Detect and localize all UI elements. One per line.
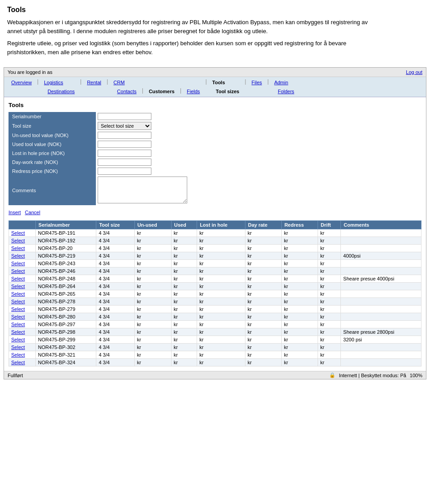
row-comments: [341, 237, 421, 245]
row-select[interactable]: Select: [9, 267, 36, 275]
input-lost[interactable]: [98, 150, 151, 157]
row-dayrate: kr: [245, 245, 281, 252]
nav-destinations[interactable]: Destinations: [44, 87, 78, 96]
row-lost: kr: [197, 321, 245, 328]
input-comments[interactable]: [98, 177, 187, 203]
row-select[interactable]: Select: [9, 359, 36, 366]
col-header-select: [9, 221, 36, 229]
nav-crm-sub: Contacts | Customers | Fields: [110, 87, 203, 96]
row-select[interactable]: Select: [9, 237, 36, 245]
row-select[interactable]: Select: [9, 328, 36, 336]
row-select[interactable]: Select: [9, 290, 36, 298]
row-redress: kr: [281, 245, 318, 252]
row-drift: kr: [318, 351, 341, 359]
row-lost: kr: [197, 260, 245, 267]
row-comments: [341, 298, 421, 306]
input-used[interactable]: [98, 141, 151, 148]
row-unused: kr: [134, 306, 171, 313]
row-size: 4 3/4: [96, 306, 134, 313]
nav-admin[interactable]: Admin: [271, 78, 292, 87]
row-drift: kr: [318, 252, 341, 260]
row-redress: kr: [281, 306, 318, 313]
nav-folders[interactable]: Folders: [274, 87, 298, 96]
row-unused: kr: [134, 359, 171, 366]
row-comments: 3200 psi: [341, 336, 421, 344]
row-drift: kr: [318, 267, 341, 275]
row-serial: NOR475-BP-191: [35, 229, 96, 237]
form-row-daywork: Day-work rate (NOK): [9, 158, 197, 167]
row-dayrate: kr: [245, 290, 281, 298]
col-header-serial: Serialnumber: [35, 221, 96, 229]
table-row: Select NOR475-BP-20 4 3/4 kr kr kr kr kr…: [9, 245, 421, 252]
row-select[interactable]: Select: [9, 283, 36, 290]
col-header-comments: Comments: [341, 221, 421, 229]
row-size: 4 3/4: [96, 328, 134, 336]
input-daywork[interactable]: [98, 159, 151, 166]
row-used: kr: [171, 267, 197, 275]
nav-files[interactable]: Files: [248, 78, 266, 87]
data-table-container[interactable]: Serialnumber Tool size Un-used Used Lost…: [9, 220, 421, 366]
row-select[interactable]: Select: [9, 336, 36, 344]
row-redress: kr: [281, 321, 318, 328]
label-lost: Lost in hole price (NOK): [9, 149, 96, 158]
row-used: kr: [171, 260, 197, 267]
label-comments: Comments: [9, 176, 96, 205]
insert-button[interactable]: Insert: [9, 210, 21, 215]
row-used: kr: [171, 275, 197, 283]
row-select[interactable]: Select: [9, 260, 36, 267]
row-size: 4 3/4: [96, 351, 134, 359]
row-lost: kr: [197, 252, 245, 260]
col-header-redress: Redress: [281, 221, 318, 229]
zoom-level: 100%: [410, 373, 422, 378]
row-comments: [341, 306, 421, 313]
row-select[interactable]: Select: [9, 298, 36, 306]
row-drift: kr: [318, 290, 341, 298]
row-select[interactable]: Select: [9, 351, 36, 359]
row-select[interactable]: Select: [9, 344, 36, 351]
row-serial: NOR475-BP-264: [35, 283, 96, 290]
label-toolsize: Tool size: [9, 121, 96, 131]
row-size: 4 3/4: [96, 359, 134, 366]
nav-logistics[interactable]: Logistics: [40, 78, 67, 87]
row-used: kr: [171, 328, 197, 336]
logout-link[interactable]: Log out: [406, 69, 422, 75]
row-redress: kr: [281, 237, 318, 245]
table-row: Select NOR475-BP-191 4 3/4 kr kr kr kr k…: [9, 229, 421, 237]
row-select[interactable]: Select: [9, 252, 36, 260]
row-drift: kr: [318, 245, 341, 252]
col-header-drift: Drift: [318, 221, 341, 229]
nav-contacts[interactable]: Contacts: [113, 87, 140, 96]
browser-frame: You are logged in as Log out Overview | …: [4, 67, 426, 379]
row-size: 4 3/4: [96, 321, 134, 328]
row-redress: kr: [281, 344, 318, 351]
nav-rental[interactable]: Rental: [83, 78, 105, 87]
row-select[interactable]: Select: [9, 275, 36, 283]
nav-customers[interactable]: Customers: [145, 87, 178, 96]
nav-overview[interactable]: Overview: [8, 78, 35, 87]
cancel-button[interactable]: Cancel: [25, 210, 40, 215]
row-unused: kr: [134, 344, 171, 351]
table-row: Select NOR475-BP-248 4 3/4 kr kr kr kr k…: [9, 275, 421, 283]
row-select[interactable]: Select: [9, 313, 36, 321]
row-select[interactable]: Select: [9, 306, 36, 313]
nav-tools[interactable]: Tools: [209, 78, 229, 87]
input-serialnumber[interactable]: [98, 113, 151, 120]
table-row: Select NOR475-BP-279 4 3/4 kr kr kr kr k…: [9, 306, 421, 313]
nav-tool-sizes[interactable]: Tool sizes: [212, 87, 243, 96]
row-select[interactable]: Select: [9, 321, 36, 328]
row-drift: kr: [318, 237, 341, 245]
row-size: 4 3/4: [96, 252, 134, 260]
select-toolsize[interactable]: Select tool size: [98, 122, 151, 130]
row-select[interactable]: Select: [9, 245, 36, 252]
input-unused[interactable]: [98, 132, 151, 139]
row-comments: [341, 267, 421, 275]
input-redress[interactable]: [98, 168, 151, 175]
row-select[interactable]: Select: [9, 229, 36, 237]
row-lost: kr: [197, 328, 245, 336]
row-unused: kr: [134, 290, 171, 298]
nav-fields[interactable]: Fields: [183, 87, 203, 96]
table-row: Select NOR475-BP-246 4 3/4 kr kr kr kr k…: [9, 267, 421, 275]
nav-crm[interactable]: CRM: [110, 78, 128, 87]
row-drift: kr: [318, 359, 341, 366]
label-unused: Un-used tool value (NOK): [9, 131, 96, 140]
